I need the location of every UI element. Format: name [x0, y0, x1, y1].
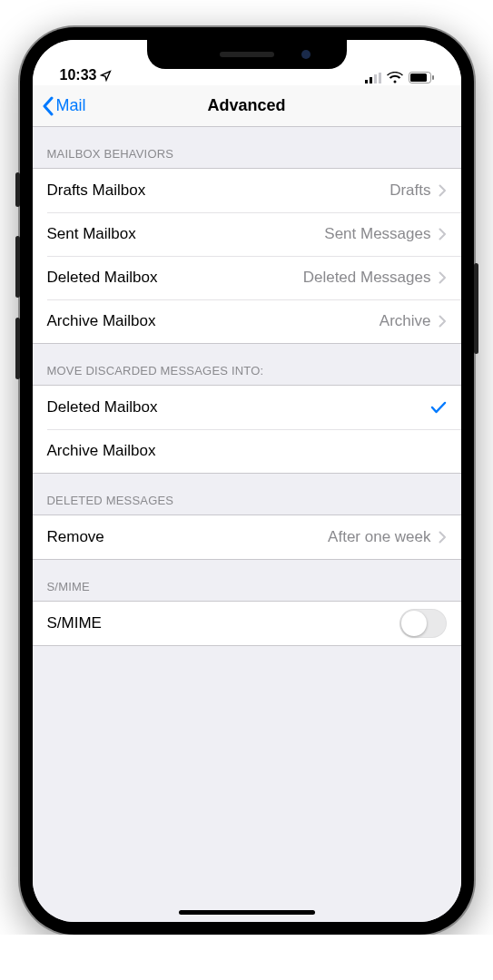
svg-rect-5	[410, 74, 427, 82]
settings-content[interactable]: MAILBOX BEHAVIORS Drafts Mailbox Drafts …	[33, 127, 461, 922]
home-indicator[interactable]	[179, 910, 315, 915]
cell-label: S/MIME	[47, 614, 102, 632]
svg-rect-1	[370, 77, 372, 83]
cell-value: Deleted Messages	[303, 269, 431, 287]
svg-rect-3	[379, 73, 381, 83]
cell-value: Sent Messages	[324, 225, 430, 243]
battery-icon	[409, 72, 434, 83]
section-header-mailbox-behaviors: MAILBOX BEHAVIORS	[33, 127, 461, 168]
cell-label: Drafts Mailbox	[47, 181, 146, 200]
chevron-right-icon	[439, 184, 447, 197]
sent-mailbox-cell[interactable]: Sent Mailbox Sent Messages	[33, 212, 461, 256]
screen: 10:33	[33, 40, 461, 922]
wifi-icon	[387, 72, 403, 83]
chevron-right-icon	[439, 315, 447, 328]
svg-rect-2	[374, 74, 377, 83]
location-icon	[100, 70, 112, 82]
navigation-bar: Mail Advanced	[33, 85, 461, 127]
status-time: 10:33	[60, 67, 97, 83]
cell-label: Deleted Mailbox	[47, 398, 158, 416]
power-button	[474, 263, 478, 354]
mute-switch	[15, 172, 20, 207]
chevron-right-icon	[439, 228, 447, 240]
move-discarded-group: Deleted Mailbox Archive Mailbox	[33, 385, 461, 474]
phone-frame: 10:33	[20, 27, 474, 935]
cell-value: After one week	[328, 528, 430, 546]
chevron-right-icon	[439, 271, 447, 284]
mailbox-behaviors-group: Drafts Mailbox Drafts Sent Mailbox Sent …	[33, 168, 461, 344]
back-button[interactable]: Mail	[33, 96, 86, 116]
cell-label: Archive Mailbox	[47, 312, 156, 330]
cell-label: Sent Mailbox	[47, 225, 136, 243]
archive-mailbox-cell[interactable]: Archive Mailbox Archive	[33, 299, 461, 343]
chevron-left-icon	[42, 96, 54, 116]
cell-value: Drafts	[389, 181, 430, 200]
deleted-messages-group: Remove After one week	[33, 514, 461, 560]
cell-label: Remove	[47, 528, 104, 546]
chevron-right-icon	[439, 531, 447, 544]
volume-down-button	[15, 318, 20, 379]
volume-up-button	[15, 236, 20, 298]
section-header-smime: S/MIME	[33, 560, 461, 601]
smime-group: S/MIME	[33, 601, 461, 646]
svg-rect-6	[432, 75, 434, 80]
remove-cell[interactable]: Remove After one week	[33, 515, 461, 559]
section-header-deleted-messages: DELETED MESSAGES	[33, 474, 461, 514]
checkmark-icon	[430, 401, 447, 414]
cellular-signal-icon	[365, 73, 381, 83]
notch	[147, 40, 347, 69]
section-header-move-discarded: MOVE DISCARDED MESSAGES INTO:	[33, 344, 461, 385]
smime-toggle[interactable]	[399, 609, 447, 638]
page-title: Advanced	[33, 96, 461, 115]
cell-value: Archive	[380, 312, 431, 330]
move-to-archive-cell[interactable]: Archive Mailbox	[33, 429, 461, 473]
deleted-mailbox-cell[interactable]: Deleted Mailbox Deleted Messages	[33, 256, 461, 299]
back-label: Mail	[56, 96, 86, 115]
cell-label: Deleted Mailbox	[47, 269, 158, 287]
cell-label: Archive Mailbox	[47, 442, 156, 460]
smime-cell[interactable]: S/MIME	[33, 602, 461, 645]
toggle-knob	[401, 611, 427, 636]
move-to-deleted-cell[interactable]: Deleted Mailbox	[33, 386, 461, 429]
drafts-mailbox-cell[interactable]: Drafts Mailbox Drafts	[33, 169, 461, 212]
svg-rect-0	[365, 80, 368, 83]
